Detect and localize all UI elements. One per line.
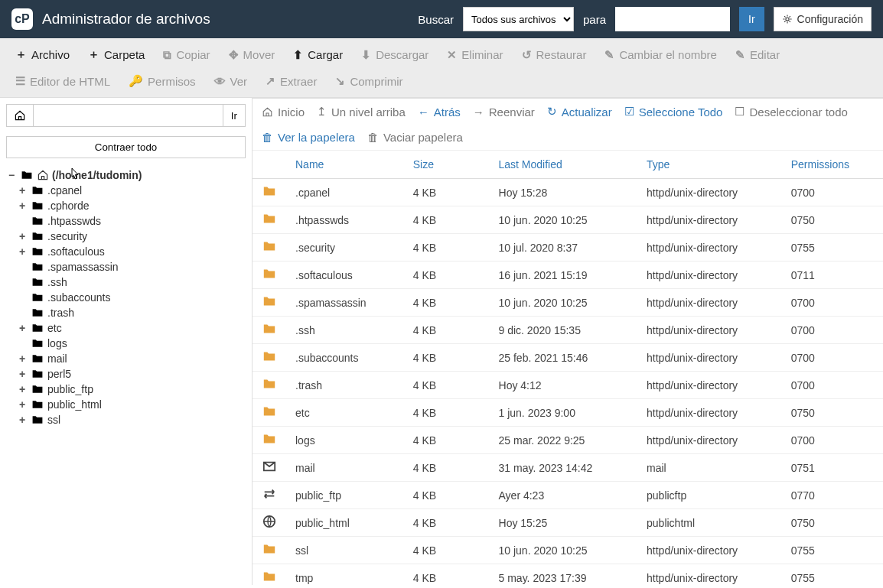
path-go-button[interactable]: Ir bbox=[223, 104, 246, 127]
table-row[interactable]: .subaccounts4 KB25 feb. 2021 15:46httpd/… bbox=[253, 344, 883, 372]
tree-node[interactable]: .trash bbox=[17, 305, 246, 320]
reload-button[interactable]: ↻Actualizar bbox=[547, 105, 612, 119]
expand-icon[interactable]: + bbox=[17, 352, 28, 365]
folder-icon bbox=[31, 383, 44, 395]
cell-type: httpd/unix-directory bbox=[637, 289, 782, 317]
home-button[interactable] bbox=[6, 104, 34, 127]
table-row[interactable]: .htpasswds4 KB10 jun. 2020 10:25httpd/un… bbox=[253, 206, 883, 234]
cell-modified: 25 feb. 2021 15:46 bbox=[490, 344, 638, 372]
expand-icon[interactable]: + bbox=[17, 200, 28, 212]
expand-icon[interactable]: + bbox=[17, 322, 28, 334]
file-table-wrap[interactable]: Name Size Last Modified Type Permissions… bbox=[253, 151, 883, 585]
table-row[interactable]: .security4 KB10 jul. 2020 8:37httpd/unix… bbox=[253, 234, 883, 262]
col-icon[interactable] bbox=[253, 151, 286, 179]
tree-node[interactable]: logs bbox=[17, 336, 246, 351]
cell-size: 4 KB bbox=[404, 399, 490, 427]
nav-home-button[interactable]: Inicio bbox=[262, 105, 305, 119]
table-row[interactable]: etc4 KB1 jun. 2023 9:00httpd/unix-direct… bbox=[253, 399, 883, 427]
tree-node[interactable]: +.security bbox=[17, 229, 246, 244]
toolbar-carpeta-button[interactable]: ＋Carpeta bbox=[80, 43, 152, 67]
extract-icon: ↗ bbox=[266, 74, 275, 88]
cell-name: .trash bbox=[286, 372, 404, 399]
table-row[interactable]: mail4 KB31 may. 2023 14:42mail0751 bbox=[253, 454, 883, 482]
tree-node[interactable]: +mail bbox=[17, 351, 246, 366]
folder-icon bbox=[31, 245, 44, 258]
cell-modified: Hoy 4:12 bbox=[490, 372, 638, 399]
file-table: Name Size Last Modified Type Permissions… bbox=[253, 151, 883, 585]
col-size[interactable]: Size bbox=[404, 151, 490, 179]
search-go-button[interactable]: Ir bbox=[739, 7, 764, 31]
search-scope-select[interactable]: Todos sus archivos bbox=[463, 7, 574, 31]
tree-node[interactable]: +.cphorde bbox=[17, 198, 246, 213]
expand-icon[interactable]: + bbox=[17, 383, 28, 395]
tree-node[interactable]: .htpasswds bbox=[17, 213, 246, 229]
empty-trash-button[interactable]: 🗑Vaciar papelera bbox=[367, 131, 463, 144]
table-header-row: Name Size Last Modified Type Permissions bbox=[253, 151, 883, 179]
cell-type: httpd/unix-directory bbox=[637, 344, 782, 372]
toolbar-html-button: ☰Editor de HTML bbox=[8, 70, 118, 93]
toolbar-compress-button: ↘Comprimir bbox=[327, 70, 410, 93]
expand-icon[interactable]: + bbox=[17, 368, 28, 380]
expand-icon[interactable]: + bbox=[17, 245, 28, 258]
sidebar-path-bar: Ir bbox=[0, 98, 252, 133]
expand-icon[interactable]: + bbox=[17, 230, 28, 242]
toolbar-view-button: 👁Ver bbox=[207, 70, 256, 93]
table-row[interactable]: .ssh4 KB9 dic. 2020 15:35httpd/unix-dire… bbox=[253, 317, 883, 344]
table-row[interactable]: public_ftp4 KBAyer 4:23publicftp0770 bbox=[253, 482, 883, 509]
toolbar-upload-button[interactable]: ⬆Cargar bbox=[285, 43, 350, 67]
cell-name: .cpanel bbox=[286, 179, 404, 206]
cpanel-logo: cP bbox=[11, 8, 33, 30]
table-row[interactable]: logs4 KB25 mar. 2022 9:25httpd/unix-dire… bbox=[253, 427, 883, 454]
tree-node[interactable]: +public_ftp bbox=[17, 382, 246, 397]
trash-icon: 🗑 bbox=[262, 131, 273, 144]
tree-node[interactable]: +perl5 bbox=[17, 366, 246, 382]
config-button[interactable]: Configuración bbox=[774, 7, 872, 31]
view-trash-button[interactable]: 🗑Ver la papelera bbox=[262, 131, 355, 144]
nav-forward-button[interactable]: →Reenviar bbox=[473, 105, 535, 119]
expand-icon[interactable]: + bbox=[17, 398, 28, 411]
toolbar-edit-button: ✎Editar bbox=[728, 43, 787, 67]
col-name[interactable]: Name bbox=[286, 151, 404, 179]
tree-node[interactable]: +ssl bbox=[17, 412, 246, 427]
tree-node[interactable]: +etc bbox=[17, 320, 246, 336]
cell-name: .ssh bbox=[286, 317, 404, 344]
expand-icon[interactable]: + bbox=[17, 184, 28, 197]
folder-icon bbox=[31, 291, 44, 304]
cell-size: 4 KB bbox=[404, 317, 490, 344]
tree-node-label: .htpasswds bbox=[47, 215, 101, 227]
table-row[interactable]: .softaculous4 KB16 jun. 2021 15:19httpd/… bbox=[253, 262, 883, 289]
table-row[interactable]: .trash4 KBHoy 4:12httpd/unix-directory07… bbox=[253, 372, 883, 399]
unselect-all-button[interactable]: ☐Deseleccionar todo bbox=[735, 105, 847, 119]
nav-up-button[interactable]: ↥Un nivel arriba bbox=[317, 105, 406, 119]
nav-back-button[interactable]: ←Atrás bbox=[418, 105, 461, 119]
collapse-all-button[interactable]: Contraer todo bbox=[6, 136, 246, 158]
col-perms[interactable]: Permissions bbox=[782, 151, 883, 179]
tree-node[interactable]: +public_html bbox=[17, 397, 246, 412]
search-input[interactable] bbox=[615, 7, 730, 31]
cell-modified: 5 may. 2023 17:39 bbox=[490, 564, 638, 586]
toolbar-archivo-button[interactable]: ＋Archivo bbox=[8, 43, 77, 67]
path-input[interactable] bbox=[34, 104, 223, 127]
collapse-icon[interactable]: − bbox=[6, 169, 17, 181]
tree-root[interactable]: −(/home1/tudomin) bbox=[6, 167, 246, 183]
select-all-button[interactable]: ☑Seleccione Todo bbox=[624, 105, 723, 119]
tree-node[interactable]: +.softaculous bbox=[17, 244, 246, 259]
toolbar-move-button: ✥Mover bbox=[221, 43, 283, 67]
tree-node[interactable]: .ssh bbox=[17, 275, 246, 290]
folder-tree: −(/home1/tudomin)+.cpanel+.cphorde.htpas… bbox=[0, 164, 252, 585]
table-row[interactable]: .cpanel4 KBHoy 15:28httpd/unix-directory… bbox=[253, 179, 883, 206]
tree-node[interactable]: +.cpanel bbox=[17, 183, 246, 198]
table-row[interactable]: tmp4 KB5 may. 2023 17:39httpd/unix-direc… bbox=[253, 564, 883, 586]
folder-icon bbox=[31, 414, 44, 426]
tree-node[interactable]: .spamassassin bbox=[17, 259, 246, 275]
table-row[interactable]: ssl4 KB10 jun. 2020 10:25httpd/unix-dire… bbox=[253, 537, 883, 564]
col-type[interactable]: Type bbox=[637, 151, 782, 179]
col-modified[interactable]: Last Modified bbox=[490, 151, 638, 179]
table-row[interactable]: .spamassassin4 KB10 jun. 2020 10:25httpd… bbox=[253, 289, 883, 317]
for-label: para bbox=[583, 13, 606, 26]
cell-name: .htpasswds bbox=[286, 206, 404, 234]
expand-icon[interactable]: + bbox=[17, 414, 28, 426]
tree-node[interactable]: .subaccounts bbox=[17, 290, 246, 305]
cell-name: tmp bbox=[286, 564, 404, 586]
table-row[interactable]: public_html4 KBHoy 15:25publichtml0750 bbox=[253, 509, 883, 537]
